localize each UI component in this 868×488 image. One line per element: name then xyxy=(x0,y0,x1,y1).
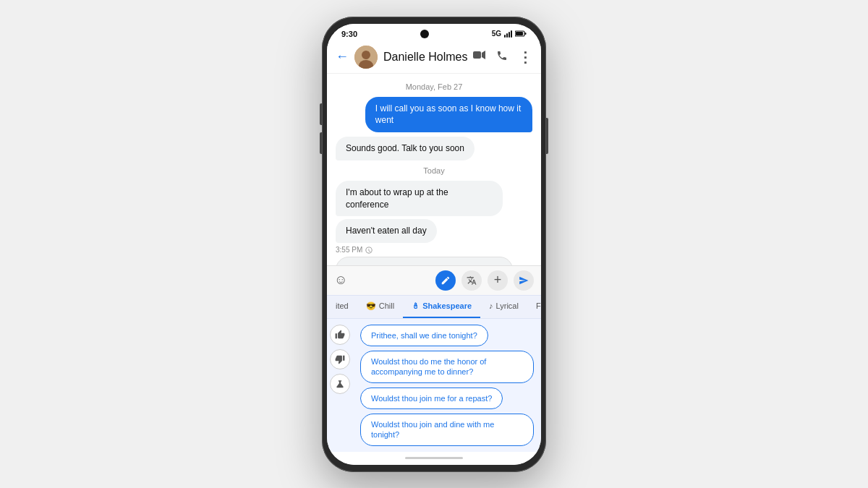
chat-area: Monday, Feb 27 I will call you as soon a… xyxy=(327,74,541,265)
tab-excited[interactable]: ited xyxy=(327,296,357,318)
tab-chill[interactable]: 😎 Chill xyxy=(357,296,403,318)
phone-call-icon[interactable] xyxy=(496,50,508,64)
svg-point-4 xyxy=(362,51,370,59)
app-bar-icons: ⋮ xyxy=(473,48,532,66)
home-indicator xyxy=(405,457,463,459)
status-time: 9:30 xyxy=(341,30,357,38)
app-bar: ← Danielle Holmes xyxy=(327,41,541,74)
tab-formal[interactable]: Formal xyxy=(527,296,541,318)
status-bar: 9:30 5G xyxy=(327,24,541,41)
signal-icon xyxy=(504,30,512,38)
ai-side-actions xyxy=(327,319,353,452)
volume-down-button[interactable] xyxy=(320,132,322,154)
lyrical-emoji: ♪ xyxy=(489,301,493,310)
suggestion-4[interactable]: Wouldst thou join and dine with me tonig… xyxy=(360,414,534,446)
ai-style-tabs: ited 😎 Chill 🕯 Shakespeare ♪ Lyrical For… xyxy=(327,296,541,319)
more-options-icon[interactable]: ⋮ xyxy=(518,48,532,66)
contact-avatar xyxy=(354,46,378,69)
phone-screen: 9:30 5G ← xyxy=(327,24,541,465)
suggestion-3[interactable]: Wouldst thou join me for a repast? xyxy=(360,388,503,409)
suggestion-1[interactable]: Prithee, shall we dine tonight? xyxy=(360,325,488,346)
svg-rect-2 xyxy=(525,33,527,35)
date-separator-2: Today xyxy=(336,166,532,175)
suggestion-2[interactable]: Wouldst thou do me the honor of accompan… xyxy=(360,351,534,383)
chill-emoji: 😎 xyxy=(366,301,376,311)
input-row: ☺ + xyxy=(334,270,534,291)
add-button[interactable]: + xyxy=(488,270,508,291)
contact-name: Danielle Holmes xyxy=(383,51,473,64)
network-label: 5G xyxy=(492,30,501,38)
svg-rect-6 xyxy=(473,51,481,59)
status-icons: 5G xyxy=(492,30,527,38)
message-sent-1: I will call you as soon as I know how it… xyxy=(365,97,532,133)
date-separator-1: Monday, Feb 27 xyxy=(336,82,532,91)
home-bar xyxy=(327,452,541,465)
message-received-2: I'm about to wrap up at the conference xyxy=(336,181,503,217)
suggestion-chips: Prithee, shall we dine tonight? Wouldst … xyxy=(353,319,541,452)
thumbs-down-button[interactable] xyxy=(330,349,350,369)
send-button[interactable] xyxy=(514,270,534,291)
battery-icon xyxy=(515,30,527,37)
back-button[interactable]: ← xyxy=(336,49,349,64)
tab-shakespeare[interactable]: 🕯 Shakespeare xyxy=(403,296,480,318)
ai-suggestions-panel: ited 😎 Chill 🕯 Shakespeare ♪ Lyrical For… xyxy=(327,295,541,452)
svg-marker-7 xyxy=(482,51,485,59)
input-bar: ☺ + xyxy=(327,265,541,295)
phone-device: 9:30 5G ← xyxy=(322,17,546,472)
translate-button[interactable] xyxy=(461,270,482,291)
message-timestamp: 3:55 PM xyxy=(336,246,532,254)
camera-notch xyxy=(420,30,429,38)
thumbs-up-button[interactable] xyxy=(330,325,350,345)
message-received-1: Sounds good. Talk to you soon xyxy=(336,137,475,160)
emoji-button[interactable]: ☺ xyxy=(334,273,347,288)
suggestions-row: Prithee, shall we dine tonight? Wouldst … xyxy=(327,319,541,452)
magic-rewrite-button[interactable] xyxy=(435,270,456,291)
svg-rect-1 xyxy=(516,32,523,35)
message-received-3: Haven't eaten all day xyxy=(336,219,437,243)
lab-button[interactable] xyxy=(330,374,350,394)
tab-lyrical[interactable]: ♪ Lyrical xyxy=(480,296,527,318)
shakespeare-emoji: 🕯 xyxy=(412,301,420,310)
volume-up-button[interactable] xyxy=(320,103,322,125)
video-call-icon[interactable] xyxy=(473,51,486,64)
message-draft: Wanna grab dinner? xyxy=(336,257,513,265)
power-button[interactable] xyxy=(546,118,548,154)
